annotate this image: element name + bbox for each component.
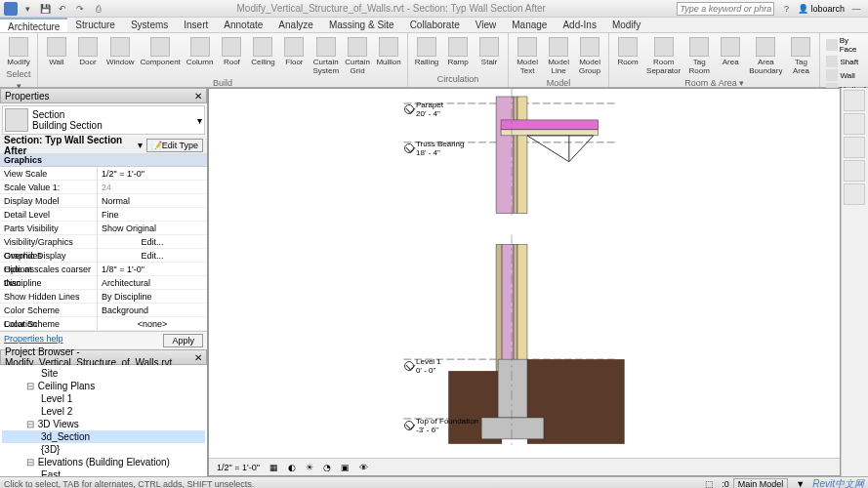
level-marker[interactable]: Top of Foundation-3' - 6" [404,417,478,434]
prop-row[interactable]: DisciplineArchitectural [0,276,207,290]
tab-collaborate[interactable]: Collaborate [402,18,468,32]
tab-view[interactable]: View [468,18,505,32]
shadows-icon[interactable]: ◔ [319,462,335,473]
ceiling-button[interactable]: Ceiling [248,35,277,68]
detail-level-icon[interactable]: ▦ [266,462,282,473]
roof-button[interactable]: Roof [217,35,246,68]
prop-group-header[interactable]: Graphics [0,154,207,167]
prop-row[interactable]: Display ModelNormal [0,194,207,208]
properties-panel-header[interactable]: Properties ✕ [0,88,207,103]
level-marker[interactable]: Level 10' - 0" [404,357,441,375]
prop-row[interactable]: Color Scheme<none> [0,317,207,331]
help-icon[interactable]: ? [778,2,794,16]
level-marker[interactable]: Truss Bearing18' - 4" [404,140,465,157]
prop-row[interactable]: Show Hidden LinesBy Discipline [0,290,207,304]
room-separator-button[interactable]: RoomSeparator [644,35,682,77]
tree-toggle-icon[interactable]: ⊟ [25,457,35,468]
model-line-button[interactable]: ModelLine [544,35,573,77]
qat-undo[interactable]: ↶ [55,2,70,16]
door-button[interactable]: Door [73,35,103,68]
tree-node[interactable]: ⊟ Ceiling Plans [2,380,205,392]
curtain-system-button[interactable]: CurtainSystem [310,35,341,77]
search-input[interactable] [677,2,774,16]
qat-open[interactable]: ▾ [20,2,35,16]
tree-toggle-icon[interactable]: ⊟ [25,419,35,429]
tree-node[interactable]: East [2,468,205,476]
tab-analyze[interactable]: Analyze [270,18,321,32]
scale-control[interactable]: 1/2" = 1'-0" [213,462,264,473]
ramp-button[interactable]: Ramp [443,35,473,68]
qat-print[interactable]: ⎙ [90,2,105,16]
tree-toggle-icon[interactable]: ⊟ [25,381,35,391]
nav-pan-icon[interactable] [844,160,865,182]
area-button[interactable]: Area [716,35,745,68]
tag-room-button[interactable]: TagRoom [684,35,714,77]
worksets-dropdown[interactable]: Main Model [733,478,789,489]
prop-row[interactable]: Detail LevelFine [0,208,207,222]
modify-button[interactable]: Modify [4,35,33,68]
wall-button[interactable]: Wall [824,68,868,82]
tree-node[interactable]: ⊟ 3D Views [2,418,205,430]
drawing-canvas[interactable]: Parapet20' - 4"Truss Bearing18' - 4"Leve… [208,88,841,476]
tab-annotate[interactable]: Annotate [216,18,270,32]
tree-node[interactable]: {3D} [2,443,205,456]
wall-button[interactable]: Wall [42,35,71,68]
tree-node[interactable]: Level 1 [2,392,205,405]
nav-zoom-icon[interactable] [844,183,865,205]
model-group-button[interactable]: ModelGroup [575,35,604,77]
section-dropdown[interactable]: Section: Typ Wall Section After [4,135,134,156]
edit-type-button[interactable]: 📝Edit Type [146,139,203,152]
tree-node[interactable]: Level 2 [2,405,205,418]
stair-button[interactable]: Stair [475,35,504,68]
tab-manage[interactable]: Manage [504,18,555,32]
tree-node[interactable]: 3d_Section [2,430,205,443]
user-badge[interactable]: 👤 loboarch [798,4,845,14]
shaft-button[interactable]: Shaft [824,55,868,68]
close-icon[interactable]: ✕ [194,352,202,363]
sun-path-icon[interactable]: ☀ [302,462,317,473]
prop-row[interactable]: Scale Value 1:24 [0,181,207,194]
close-icon[interactable]: ✕ [194,91,202,102]
tab-massing-site[interactable]: Massing & Site [321,18,402,32]
tree-node[interactable]: ⊟ Elevations (Building Elevation) [2,456,205,468]
room-button[interactable]: Room [613,35,642,68]
project-browser-tree[interactable]: Site⊟ Ceiling PlansLevel 1Level 2⊟ 3D Vi… [0,365,207,476]
properties-help-link[interactable]: Properties help [4,334,63,347]
prop-row[interactable]: Color Scheme LocationBackground [0,304,207,317]
prop-row[interactable]: Hide at scales coarser than1/8" = 1'-0" [0,263,207,276]
hide-isolate-icon[interactable]: 👁 [355,462,372,473]
filter-icon[interactable]: ▼ [792,478,808,489]
apply-button[interactable]: Apply [163,334,203,347]
tab-systems[interactable]: Systems [123,18,176,32]
prop-row[interactable]: View Scale1/2" = 1'-0" [0,167,207,181]
nav-home-icon[interactable] [844,90,865,111]
visual-style-icon[interactable]: ◐ [284,462,300,473]
crop-view-icon[interactable]: ▣ [337,462,353,473]
mullion-button[interactable]: Mullion [374,35,403,68]
prop-row[interactable]: Visibility/Graphics OverridesEdit... [0,235,207,249]
tree-node[interactable]: Site [2,367,205,380]
qat-redo[interactable]: ↷ [72,2,88,16]
app-icon[interactable] [4,2,18,16]
tab-modify[interactable]: Modify [604,18,648,32]
level-marker[interactable]: Parapet20' - 4" [404,101,443,118]
tab-add-ins[interactable]: Add-Ins [555,18,603,32]
component-button[interactable]: Component [138,35,182,68]
curtain-grid-button[interactable]: CurtainGrid [343,35,372,77]
project-browser-header[interactable]: Project Browser - Modify_Vertical_Struct… [0,349,207,365]
prop-row[interactable]: Graphic Display OptionsEdit... [0,249,207,263]
model-text-button[interactable]: ModelText [513,35,542,77]
floor-button[interactable]: Floor [279,35,309,68]
nav-cube-icon[interactable] [844,113,865,135]
type-selector[interactable]: Section Building Section ▾ [2,105,205,135]
tag-area-button[interactable]: TagArea [786,35,815,77]
railing-button[interactable]: Railing [412,35,441,68]
nav-wheel-icon[interactable] [844,137,865,158]
tab-architecture[interactable]: Architecture [0,18,67,32]
qat-save[interactable]: 💾 [37,2,53,16]
column-button[interactable]: Column [185,35,216,68]
area-boundary-button[interactable]: AreaBoundary [747,35,784,77]
tab-structure[interactable]: Structure [67,18,123,32]
prop-row[interactable]: Parts VisibilityShow Original [0,222,207,235]
window-button[interactable]: Window [104,35,136,68]
